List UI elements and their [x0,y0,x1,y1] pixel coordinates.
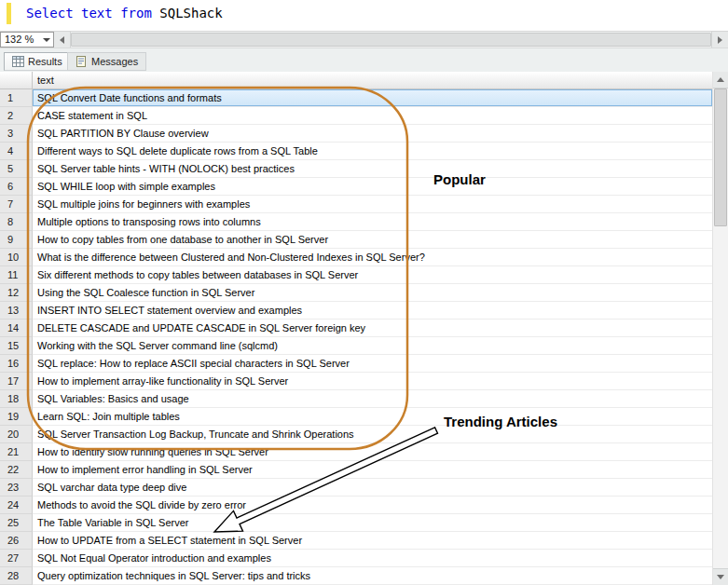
row-cell-text[interactable]: SQL Not Equal Operator introduction and … [33,550,712,567]
row-cell-text[interactable]: INSERT INTO SELECT statement overview an… [33,302,712,320]
table-row: 11 Six different methods to copy tables … [0,266,712,284]
table-row: 8 Multiple options to transposing rows i… [0,213,712,231]
row-cell-text[interactable]: SQL varchar data type deep dive [33,479,712,497]
table-row: 18 SQL Variables: Basics and usage [0,390,712,408]
table-row: 3 SQL PARTITION BY Clause overview [0,125,712,143]
horizontal-scrollbar-thumb[interactable] [71,33,711,47]
tab-results[interactable]: Results [4,52,71,71]
messages-icon [76,56,88,67]
row-number[interactable]: 22 [0,461,33,479]
row-number[interactable]: 3 [0,125,33,143]
row-number[interactable]: 9 [0,231,33,249]
row-cell-text[interactable]: Multiple options to transposing rows int… [33,213,712,231]
table-row: 12 Using the SQL Coalesce function in SQ… [0,284,712,302]
row-number[interactable]: 7 [0,196,33,213]
up-arrow-icon [717,77,724,82]
left-arrow-icon [60,36,64,44]
table-row: 14 DELETE CASCADE and UPDATE CASCADE in … [0,320,712,337]
row-cell-text[interactable]: SQL replace: How to replace ASCII specia… [33,355,712,373]
row-cell-text[interactable]: SQL PARTITION BY Clause overview [33,125,712,143]
row-number[interactable]: 1 [0,89,33,107]
table-row: 2 CASE statement in SQL [0,107,712,125]
row-cell-text[interactable]: How to copy tables from one database to … [33,231,712,249]
column-header-text[interactable]: text [33,72,712,89]
row-number[interactable]: 8 [0,213,33,231]
row-number[interactable]: 5 [0,160,33,178]
row-number[interactable]: 10 [0,249,33,266]
right-arrow-icon [718,36,722,44]
table-row: 16 SQL replace: How to replace ASCII spe… [0,355,712,373]
scroll-left-button[interactable] [54,32,71,48]
editor-statusbar: 132 % [0,32,728,48]
row-number[interactable]: 26 [0,532,33,550]
row-number[interactable]: 27 [0,550,33,567]
row-number[interactable]: 4 [0,143,33,160]
row-cell-text[interactable]: How to UPDATE from a SELECT statement in… [33,532,712,550]
scroll-up-button[interactable] [713,72,728,88]
row-number[interactable]: 18 [0,390,33,408]
vertical-scrollbar-thumb[interactable] [714,88,727,226]
table-row: 7 SQL multiple joins for beginners with … [0,196,712,213]
row-cell-text[interactable]: DELETE CASCADE and UPDATE CASCADE in SQL… [33,320,712,337]
table-row: 22 How to implement error handling in SQ… [0,461,712,479]
table-row: 23 SQL varchar data type deep dive [0,479,712,497]
zoom-level-select[interactable]: 132 % [0,32,54,48]
scroll-down-button[interactable] [713,568,728,585]
line-change-indicator [7,3,11,24]
grid-header-row: text [0,72,712,89]
table-row: 9 How to copy tables from one database t… [0,231,712,249]
scroll-right-button[interactable] [711,32,728,48]
row-cell-text[interactable]: SQL Server Transaction Log Backup, Trunc… [33,426,712,443]
row-cell-text[interactable]: Learn SQL: Join multiple tables [33,408,712,426]
sql-keywords: Select text from [26,6,159,20]
row-number[interactable]: 14 [0,320,33,337]
row-cell-text[interactable]: How to implement error handling in SQL S… [33,461,712,479]
row-cell-text[interactable]: CASE statement in SQL [33,107,712,125]
horizontal-scrollbar[interactable] [54,32,728,48]
row-cell-text[interactable]: Different ways to SQL delete duplicate r… [33,143,712,160]
row-cell-text[interactable]: SQL Variables: Basics and usage [33,390,712,408]
row-number[interactable]: 25 [0,514,33,532]
row-number[interactable]: 12 [0,284,33,302]
query-text[interactable]: Select text from SQLShack [26,6,223,20]
query-editor[interactable]: Select text from SQLShack [0,0,728,32]
row-number[interactable]: 24 [0,497,33,514]
row-cell-text[interactable]: What is the difference between Clustered… [33,249,712,266]
row-cell-text[interactable]: SQL WHILE loop with simple examples [33,178,712,196]
row-cell-text[interactable]: How to implement array-like functionalit… [33,373,712,390]
table-row: 1 SQL Convert Date functions and formats [0,89,712,107]
row-cell-text[interactable]: Six different methods to copy tables bet… [33,266,712,284]
down-arrow-icon [717,575,724,579]
row-number[interactable]: 17 [0,373,33,390]
row-number[interactable]: 13 [0,302,33,320]
tab-results-label: Results [28,56,62,67]
grid-corner-cell[interactable] [0,72,33,89]
row-number[interactable]: 16 [0,355,33,373]
row-cell-text[interactable]: Working with the SQL Server command line… [33,337,712,355]
table-row: 17 How to implement array-like functiona… [0,373,712,390]
row-number[interactable]: 11 [0,266,33,284]
row-number[interactable]: 2 [0,107,33,125]
row-number[interactable]: 21 [0,443,33,461]
row-cell-text[interactable]: The Table Variable in SQL Server [33,514,712,532]
row-cell-text[interactable]: SQL Server table hints - WITH (NOLOCK) b… [33,160,712,178]
row-number[interactable]: 19 [0,408,33,426]
row-cell-text[interactable]: How to identify slow running queries in … [33,443,712,461]
row-number[interactable]: 15 [0,337,33,355]
chevron-down-icon [43,38,50,42]
row-cell-text[interactable]: SQL Convert Date functions and formats [33,89,712,107]
row-number[interactable]: 20 [0,426,33,443]
results-grid: text 1 SQL Convert Date functions and fo… [0,72,712,585]
table-row: 24 Methods to avoid the SQL divide by ze… [0,497,712,514]
row-cell-text[interactable]: Query optimization techniques in SQL Ser… [33,567,712,585]
row-cell-text[interactable]: Using the SQL Coalesce function in SQL S… [33,284,712,302]
row-cell-text[interactable]: SQL multiple joins for beginners with ex… [33,196,712,213]
row-cell-text[interactable]: Methods to avoid the SQL divide by zero … [33,497,712,514]
vertical-scrollbar[interactable] [712,72,728,585]
row-number[interactable]: 6 [0,178,33,196]
table-row: 4 Different ways to SQL delete duplicate… [0,143,712,160]
row-number[interactable]: 23 [0,479,33,497]
grid-body: 1 SQL Convert Date functions and formats… [0,89,712,585]
row-number[interactable]: 28 [0,567,33,585]
tab-messages[interactable]: Messages [67,52,146,71]
